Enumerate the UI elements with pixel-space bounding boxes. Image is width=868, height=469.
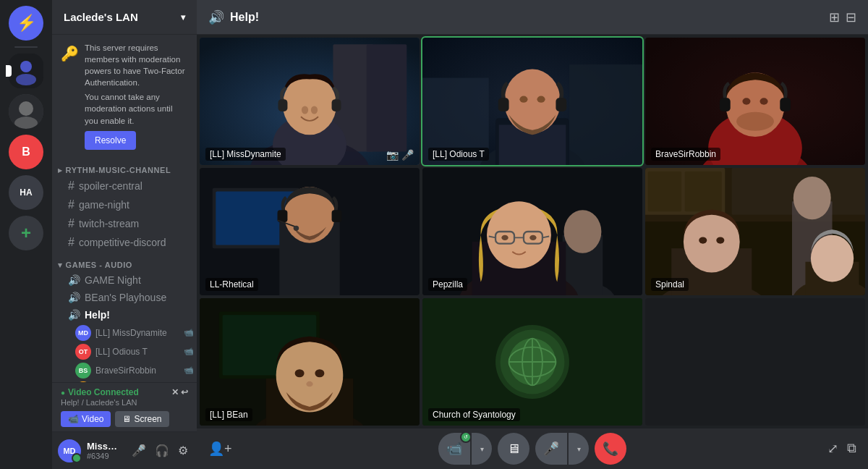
speaker-icon: 🔊 — [68, 309, 80, 321]
svg-point-73 — [716, 237, 724, 243]
video-cell-church: Church of Syantology — [422, 298, 642, 426]
channel-spoiler-central[interactable]: # spoiler-central — [58, 177, 191, 195]
mic-toggle-button[interactable]: 🎤 — [535, 433, 567, 465]
video-button[interactable]: 📹 Video — [61, 411, 111, 427]
headset-toggle-icon[interactable]: 🎧 — [152, 441, 172, 460]
voice-help[interactable]: 🔊 Help! — [58, 306, 191, 324]
svg-point-26 — [537, 96, 545, 103]
video-label-pepzilla: Pepzilla — [428, 278, 467, 291]
video-label-bean: [LL] BEan — [205, 408, 252, 421]
add-server-icon[interactable]: + — [9, 216, 43, 250]
svg-point-76 — [811, 235, 854, 282]
camera-icon: 📹 — [184, 328, 194, 337]
svg-rect-13 — [332, 99, 341, 111]
text-category[interactable]: ▸ rythm-music-channel — [52, 163, 197, 177]
voice-user-odious[interactable]: OT [LL] Odious T 📹 — [58, 342, 197, 361]
fullscreen-icon[interactable]: ⤢ — [827, 441, 838, 457]
server-chevron: ▾ — [181, 12, 185, 22]
server-icon-2[interactable] — [9, 94, 43, 129]
voice-users-list: MD [LL] MissDynamite 📹 OT [LL] Odious T … — [58, 324, 197, 382]
bottom-controls: 👤+ 📹 ↺ ▾ 🖥 🎤 ▾ 📞 — [197, 428, 868, 469]
svg-point-68 — [793, 177, 831, 219]
video-cell-bean: [LL] BEan — [200, 298, 420, 426]
server-icons-list: ⚡ B HA + — [0, 0, 52, 469]
hash-icon: # — [68, 198, 75, 211]
video-label-church: Church of Syantology — [428, 408, 520, 421]
server-icon-4[interactable]: HA — [9, 175, 43, 210]
user-avatar: BS — [75, 363, 91, 379]
video-cell-missdynamite: [LL] MissDynamite 📷 🎤 — [200, 38, 420, 165]
phone-icon: 📞 — [603, 441, 618, 457]
end-call-button[interactable]: 📞 — [595, 433, 626, 465]
voice-user-church[interactable]: CS Church of Syantology — [58, 380, 197, 382]
camera-icon: 📹 — [446, 441, 462, 457]
chevron-down-icon: ▾ — [577, 445, 581, 453]
speaker-icon: 🔊 — [68, 274, 80, 286]
voice-bean-playhouse[interactable]: 🔊 BEan's Playhouse — [58, 289, 191, 306]
user-info: MissDynam... #6349 — [87, 441, 123, 460]
screen-share-button[interactable]: 🖥 Screen — [115, 411, 169, 427]
header-controls: ⊞ ⊟ — [829, 9, 856, 25]
svg-rect-12 — [278, 99, 287, 111]
resolve-button[interactable]: Resolve — [85, 131, 136, 150]
server-header[interactable]: Laclede's LAN ▾ — [52, 0, 197, 35]
settings-icon[interactable]: ⚙ — [175, 441, 191, 460]
voice-user-bravesir[interactable]: BS BraveSirRobbin 📹 — [58, 361, 197, 380]
mic-dropdown-button[interactable]: ▾ — [569, 433, 589, 465]
video-cell-bravesir: BraveSirRobbin — [645, 38, 865, 165]
svg-point-50 — [564, 210, 602, 253]
video-connected-bar: ● Video Connected ✕ ↩ Help! / Laclede's … — [52, 382, 197, 431]
user-avatar: OT — [75, 344, 91, 360]
svg-point-59 — [501, 235, 508, 240]
svg-rect-8 — [367, 44, 407, 151]
svg-rect-32 — [720, 98, 731, 111]
grid-view-icon[interactable]: ⊞ — [829, 9, 840, 25]
video-cell-odious: [LL] Odious T — [422, 38, 642, 165]
svg-rect-23 — [498, 98, 509, 111]
video-label-spindal: Spindal — [651, 278, 689, 291]
hash-icon: # — [68, 217, 75, 230]
server-icon-3[interactable]: B — [9, 135, 43, 169]
video-btn-icon: 📹 — [68, 414, 79, 424]
server-icon-1[interactable] — [9, 54, 43, 88]
svg-point-15 — [311, 106, 318, 114]
mic-toggle-icon[interactable]: 🎤 — [129, 441, 149, 460]
mic-active-icon: 🎤 — [401, 149, 414, 161]
svg-point-2 — [16, 74, 36, 85]
disconnect-icon[interactable]: ✕ ↩ — [171, 387, 188, 397]
svg-point-35 — [742, 98, 750, 104]
auth-line2: You cannot take any moderation actions u… — [85, 91, 188, 126]
hash-icon: # — [68, 179, 75, 193]
channel-title: Help! — [230, 11, 259, 24]
svg-point-60 — [529, 235, 536, 240]
video-status-channel: Help! / Laclede's LAN — [61, 398, 188, 407]
grid-view-icon-2[interactable]: ⊟ — [846, 9, 856, 25]
voice-game-night[interactable]: 🔊 GAME Night — [58, 271, 191, 289]
camera-toggle-button[interactable]: 📹 ↺ — [438, 433, 470, 465]
popout-icon[interactable]: ⧉ — [847, 441, 856, 457]
svg-point-4 — [19, 101, 33, 116]
mic-control-group: 🎤 ▾ — [535, 433, 589, 465]
add-participant-icon[interactable]: 👤+ — [208, 441, 232, 457]
hash-icon: # — [68, 236, 75, 249]
channel-twitch-stream[interactable]: # twitch-stream — [58, 214, 191, 233]
svg-point-1 — [20, 61, 32, 72]
svg-rect-64 — [648, 172, 681, 212]
user-avatar: CS — [75, 381, 91, 382]
voice-user-missdynamite[interactable]: MD [LL] MissDynamite 📹 — [58, 324, 197, 342]
channel-game-night[interactable]: # game-night — [58, 195, 191, 214]
speaker-icon: 🔊 — [68, 292, 80, 303]
channel-competitive-discord[interactable]: # competitive-discord — [58, 233, 191, 252]
svg-point-36 — [760, 98, 767, 104]
discord-home-icon[interactable]: ⚡ — [9, 6, 43, 41]
svg-rect-18 — [569, 64, 642, 165]
camera-dropdown-button[interactable]: ▾ — [472, 433, 492, 465]
svg-point-53 — [487, 201, 551, 269]
auth-line1: This server requires members with modera… — [85, 42, 188, 88]
video-grid: [LL] MissDynamite 📷 🎤 — [197, 35, 868, 428]
camera-icon: 📹 — [184, 366, 194, 375]
voice-category[interactable]: ▾ GAMES - AUDIO — [52, 258, 197, 271]
screen-share-toggle-button[interactable]: 🖥 — [498, 433, 529, 465]
svg-point-14 — [302, 106, 308, 114]
channel-sidebar: Laclede's LAN ▾ 🔑 This server requires m… — [52, 0, 197, 469]
